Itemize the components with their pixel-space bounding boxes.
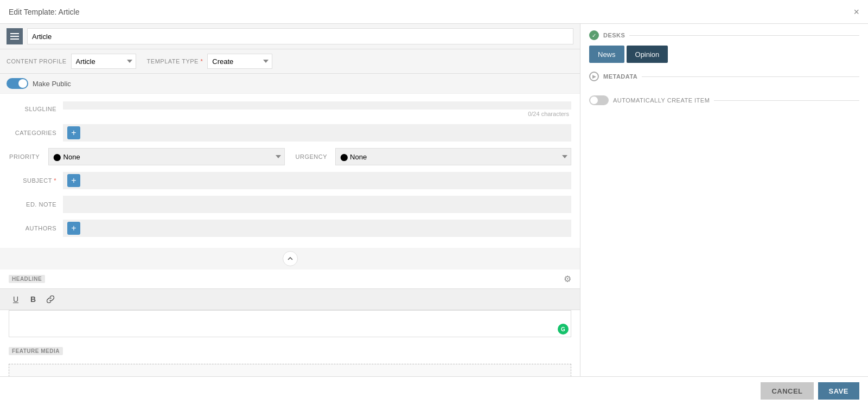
slugline-label: SLUGLINE	[9, 106, 63, 112]
metadata-title: METADATA	[603, 73, 637, 80]
template-name-bar	[0, 24, 580, 49]
desk-buttons-container: News Opinion	[589, 46, 859, 63]
authors-label: AUTHORS	[9, 225, 63, 232]
slugline-input[interactable]	[63, 101, 571, 110]
priority-field: PRIORITY ⬤ None	[9, 148, 285, 165]
modal-header: Edit Template: Article ×	[0, 0, 868, 24]
headline-settings-button[interactable]: ⚙	[564, 274, 571, 284]
metadata-arrow-icon: ▶	[589, 72, 599, 81]
grammarly-icon: G	[558, 324, 569, 335]
save-button[interactable]: SAVE	[818, 382, 859, 400]
desks-section-header: ✓ DESKS	[589, 30, 859, 40]
ed-note-row: ED. NOTE	[9, 195, 571, 214]
desks-section: ✓ DESKS News Opinion	[589, 30, 859, 63]
categories-field: +	[63, 124, 571, 142]
content-profile-field: CONTENT PROFILE Article	[7, 54, 136, 69]
modal-title: Edit Template: Article	[9, 8, 79, 16]
subject-row: SUBJECT +	[9, 171, 571, 190]
subject-field: +	[63, 172, 571, 189]
feature-media-tag: FEATURE MEDIA	[9, 347, 63, 355]
priority-select[interactable]: ⬤ None	[48, 148, 285, 165]
svg-rect-0	[10, 33, 19, 34]
content-profile-select[interactable]: Article	[71, 54, 136, 69]
authors-row: AUTHORS +	[9, 218, 571, 238]
upload-area[interactable]: Drop items here or click to upload	[9, 364, 571, 376]
hamburger-button[interactable]	[7, 28, 23, 44]
subject-label: SUBJECT	[9, 177, 63, 184]
desks-check-icon: ✓	[589, 30, 599, 40]
cancel-button[interactable]: CANCEL	[761, 382, 813, 400]
metadata-line	[642, 76, 859, 77]
headline-header: HEADLINE ⚙	[0, 269, 580, 288]
headline-tag: HEADLINE	[9, 275, 45, 283]
auto-create-row: AUTOMATICALLY CREATE ITEM	[589, 95, 859, 105]
char-count: 0/24 characters	[63, 110, 571, 117]
add-subject-button[interactable]: +	[67, 174, 80, 187]
urgency-label: URGENCY	[296, 153, 331, 160]
add-author-button[interactable]: +	[67, 222, 80, 235]
desks-line	[629, 35, 859, 36]
slugline-row: SLUGLINE 0/24 characters	[9, 99, 571, 119]
authors-field: +	[63, 220, 571, 237]
feature-media-section: FEATURE MEDIA Drop items here or click t…	[0, 343, 580, 376]
urgency-select[interactable]: ⬤ None	[335, 148, 572, 165]
bold-button[interactable]: B	[26, 292, 40, 306]
template-type-select[interactable]: Create	[207, 54, 272, 69]
desks-title: DESKS	[603, 32, 625, 38]
priority-label: PRIORITY	[9, 153, 44, 160]
ed-note-label: ED. NOTE	[9, 201, 63, 208]
svg-rect-2	[10, 38, 19, 40]
left-panel: CONTENT PROFILE Article TEMPLATE TYPE * …	[0, 24, 580, 376]
urgency-field: URGENCY ⬤ None	[296, 148, 572, 165]
right-panel: ✓ DESKS News Opinion ▶ METADATA	[580, 24, 868, 376]
auto-create-toggle[interactable]	[589, 95, 609, 105]
categories-row: CATEGORIES +	[9, 123, 571, 143]
close-button[interactable]: ×	[853, 7, 859, 17]
priority-urgency-row: PRIORITY ⬤ None URGENCY ⬤ None	[9, 147, 571, 166]
desk-button-news[interactable]: News	[589, 46, 624, 63]
headline-section: HEADLINE ⚙ U B G	[0, 269, 580, 337]
headline-input-area[interactable]: G	[9, 310, 571, 337]
ed-note-input[interactable]	[63, 196, 571, 213]
template-name-input[interactable]	[27, 28, 573, 44]
metadata-section: ▶ METADATA	[589, 72, 859, 87]
make-public-label: Make Public	[33, 80, 71, 88]
collapse-button[interactable]	[283, 251, 298, 266]
collapse-btn-wrapper	[0, 248, 580, 269]
modal-footer: CANCEL SAVE	[0, 376, 868, 405]
form-section: SLUGLINE 0/24 characters CATEGORIES +	[0, 94, 580, 248]
template-type-field: TEMPLATE TYPE * Create	[147, 54, 273, 69]
make-public-toggle[interactable]	[7, 78, 28, 89]
svg-rect-1	[10, 36, 19, 37]
two-select-row: PRIORITY ⬤ None URGENCY ⬤ None	[9, 148, 571, 165]
content-profile-label: CONTENT PROFILE	[7, 58, 67, 65]
metadata-section-header: ▶ METADATA	[589, 72, 859, 81]
link-button[interactable]	[43, 292, 58, 306]
add-category-button[interactable]: +	[67, 126, 80, 139]
auto-create-line	[714, 100, 859, 101]
modal-body: CONTENT PROFILE Article TEMPLATE TYPE * …	[0, 24, 868, 376]
feature-media-header: FEATURE MEDIA	[0, 343, 580, 359]
auto-create-label: AUTOMATICALLY CREATE ITEM	[613, 97, 710, 104]
categories-label: CATEGORIES	[9, 130, 63, 136]
template-type-label: TEMPLATE TYPE *	[147, 58, 203, 65]
meta-row: CONTENT PROFILE Article TEMPLATE TYPE * …	[0, 49, 580, 74]
slugline-wrapper: 0/24 characters	[63, 101, 571, 117]
desk-button-opinion[interactable]: Opinion	[627, 46, 668, 63]
make-public-row: Make Public	[0, 74, 580, 94]
format-bar: U B	[0, 288, 580, 310]
underline-button[interactable]: U	[9, 292, 23, 306]
